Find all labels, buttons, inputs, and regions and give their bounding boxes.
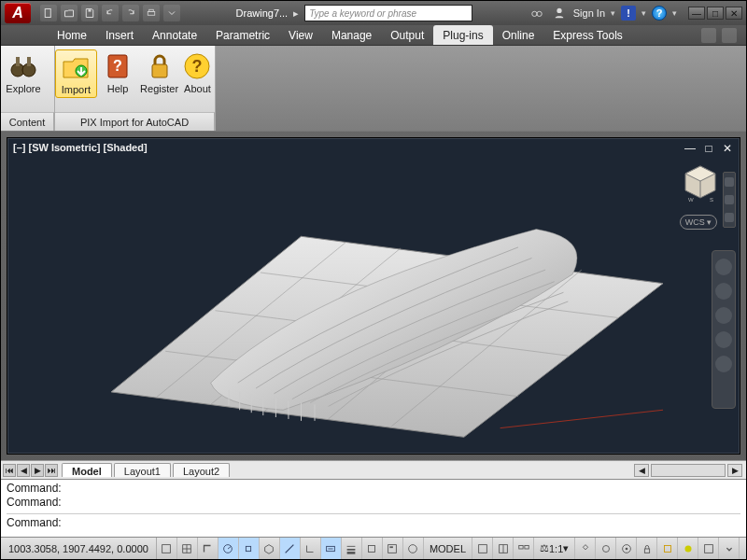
svg-rect-0 <box>45 9 50 18</box>
user-icon[interactable] <box>551 5 568 21</box>
sb-hardware-icon[interactable] <box>657 538 678 559</box>
tab-express[interactable]: Express Tools <box>543 25 631 45</box>
qat-redo-icon[interactable] <box>122 5 139 21</box>
nav-pan-icon[interactable] <box>715 283 732 300</box>
tpy-toggle-icon[interactable] <box>362 538 383 559</box>
sb-layout-icon[interactable] <box>493 538 514 559</box>
ortho-toggle-icon[interactable] <box>198 538 218 559</box>
command-prompt[interactable]: Command: <box>7 513 740 530</box>
snap-toggle-icon[interactable] <box>157 538 177 559</box>
viewport-maximize-icon[interactable]: □ <box>702 142 715 155</box>
lwt-toggle-icon[interactable] <box>342 538 362 559</box>
layout-next-icon[interactable]: ▶ <box>31 464 44 477</box>
qat-open-icon[interactable] <box>61 5 78 21</box>
dyn-toggle-icon[interactable] <box>321 538 342 559</box>
binoculars-icon[interactable] <box>529 5 545 21</box>
otrack-toggle-icon[interactable] <box>280 538 301 559</box>
svg-rect-9 <box>16 57 20 66</box>
tab-online[interactable]: Online <box>493 25 544 45</box>
sb-qv-icon[interactable] <box>514 538 534 559</box>
qat-print-icon[interactable] <box>143 5 160 21</box>
about-button[interactable]: ? About <box>180 49 215 96</box>
title-right-cluster: Sign In ▾ ! ▾ ? ▾ — □ ✕ <box>529 5 742 21</box>
coordinates-readout[interactable]: 1003.3058, 1907.4492, 0.0000 <box>1 538 157 559</box>
tab-annotate[interactable]: Annotate <box>143 25 206 45</box>
sb-clean-icon[interactable] <box>698 538 719 559</box>
navigation-bar <box>712 250 736 409</box>
hscroll-track[interactable] <box>651 464 726 477</box>
qat-dropdown-icon[interactable] <box>163 5 180 21</box>
import-button[interactable]: Import <box>55 49 97 98</box>
app-logo[interactable]: A <box>5 3 31 23</box>
nav-side-3-icon[interactable] <box>725 213 734 222</box>
sb-annoscale-icon[interactable] <box>575 538 596 559</box>
layout-prev-icon[interactable]: ◀ <box>17 464 30 477</box>
layout-tab-model[interactable]: Model <box>62 463 112 477</box>
register-button[interactable]: Register <box>138 49 180 96</box>
panel-pix-label: PIX Import for AutoCAD <box>55 112 215 131</box>
quick-access-toolbar <box>40 5 180 21</box>
drawing-viewport[interactable]: [–] [SW Isometric] [Shaded] — □ ✕ <box>7 137 740 455</box>
help-button[interactable]: ? Help <box>97 49 139 96</box>
nav-zoom-icon[interactable] <box>715 307 732 324</box>
sb-annovisibility-icon[interactable] <box>596 538 616 559</box>
explore-button[interactable]: Explore <box>1 49 46 96</box>
view-cube[interactable]: W S <box>678 161 723 205</box>
help-icon[interactable]: ? <box>652 6 667 21</box>
tab-home[interactable]: Home <box>48 25 96 45</box>
search-input[interactable]: Type a keyword or phrase <box>304 5 472 21</box>
qat-undo-icon[interactable] <box>102 5 119 21</box>
tab-plugins[interactable]: Plug-ins <box>433 25 492 45</box>
tab-parametric[interactable]: Parametric <box>206 25 279 45</box>
nav-orbit-icon[interactable] <box>715 331 732 348</box>
model-space-toggle[interactable]: MODEL <box>424 538 472 559</box>
annotation-scale[interactable]: ⚖ 1:1 ▾ <box>534 538 575 559</box>
layout-tab-layout1[interactable]: Layout1 <box>114 463 171 477</box>
qat-new-icon[interactable] <box>40 5 57 21</box>
svg-line-44 <box>286 544 294 553</box>
ribbon-extra-1-icon[interactable] <box>701 28 716 43</box>
nav-side-1-icon[interactable] <box>725 177 734 187</box>
sb-tray-icon[interactable] <box>719 538 740 559</box>
tab-output[interactable]: Output <box>381 25 433 45</box>
close-button[interactable]: ✕ <box>726 7 742 20</box>
tab-manage[interactable]: Manage <box>322 25 381 45</box>
nav-showmotion-icon[interactable] <box>715 356 732 372</box>
3dosnap-toggle-icon[interactable] <box>260 538 280 559</box>
svg-rect-63 <box>664 545 670 552</box>
qp-toggle-icon[interactable] <box>383 538 403 559</box>
grid-toggle-icon[interactable] <box>177 538 198 559</box>
sb-lock-icon[interactable] <box>637 538 657 559</box>
maximize-button[interactable]: □ <box>707 7 724 20</box>
layout-tab-layout2[interactable]: Layout2 <box>173 463 230 477</box>
hscroll-right-icon[interactable]: ▶ <box>727 464 742 477</box>
hscroll-left-icon[interactable]: ◀ <box>634 464 649 477</box>
drawing-canvas[interactable] <box>15 157 732 446</box>
ribbon-extra-2-icon[interactable] <box>722 28 737 43</box>
sb-grid-icon[interactable] <box>472 538 493 559</box>
document-title: Drawing7... <box>236 7 289 19</box>
nav-side-2-icon[interactable] <box>725 195 734 204</box>
sc-toggle-icon[interactable] <box>403 538 424 559</box>
viewport-minimize-icon[interactable]: — <box>684 142 697 155</box>
qat-save-icon[interactable] <box>81 5 98 21</box>
layout-first-icon[interactable]: ⏮ <box>3 464 16 477</box>
sb-ws-icon[interactable] <box>616 538 637 559</box>
osnap-toggle-icon[interactable] <box>239 538 260 559</box>
minimize-button[interactable]: — <box>688 7 705 20</box>
viewport-close-icon[interactable]: ✕ <box>721 142 734 155</box>
layout-last-icon[interactable]: ⏭ <box>45 464 58 477</box>
polar-toggle-icon[interactable] <box>218 538 239 559</box>
view-label[interactable]: [–] [SW Isometric] [Shaded] <box>13 142 148 153</box>
svg-point-53 <box>409 544 417 553</box>
svg-text:?: ? <box>192 57 203 76</box>
wcs-badge[interactable]: WCS ▾ <box>680 215 717 230</box>
nav-wheel-icon[interactable] <box>715 259 732 275</box>
sign-in-link[interactable]: Sign In <box>573 7 605 19</box>
exchange-icon[interactable]: ! <box>621 6 636 21</box>
sb-isolate-icon[interactable] <box>678 538 698 559</box>
ducs-toggle-icon[interactable] <box>301 538 321 559</box>
command-window[interactable]: Command: Command: Command: <box>1 479 746 537</box>
tab-insert[interactable]: Insert <box>96 25 143 45</box>
tab-view[interactable]: View <box>279 25 322 45</box>
